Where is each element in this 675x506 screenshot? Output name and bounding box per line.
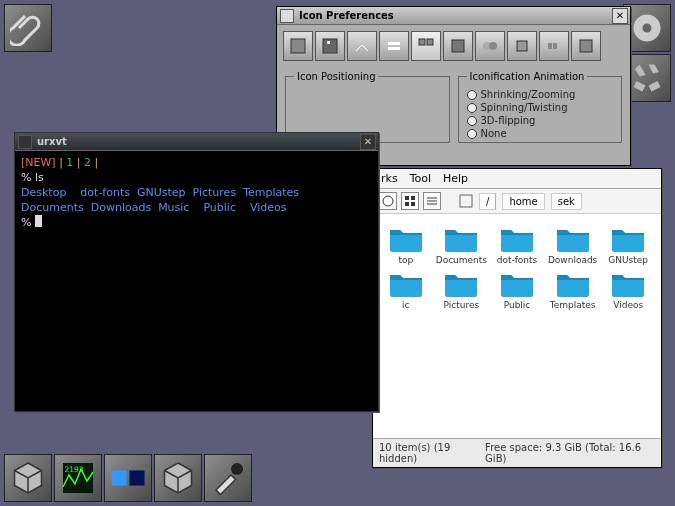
titlebar[interactable]: Icon Preferences ✕ [277, 7, 630, 25]
dock-tile-paperclip[interactable] [4, 4, 52, 52]
folder-item[interactable]: top [379, 224, 433, 265]
cube-icon [160, 460, 196, 496]
dock-tile-tools[interactable] [204, 454, 252, 502]
recycle-icon [629, 60, 665, 96]
view-list-button[interactable] [423, 192, 441, 210]
svg-rect-12 [517, 41, 527, 51]
folder-label: Downloads [548, 255, 597, 265]
folder-label: top [398, 255, 413, 265]
folder-item[interactable]: ic [379, 269, 433, 310]
toolbar: / home sek [373, 189, 661, 214]
radio-icon [467, 129, 477, 139]
folder-icon [388, 269, 424, 297]
svg-rect-8 [427, 39, 433, 45]
folder-label: ic [402, 300, 409, 310]
folder-label: Templates [550, 300, 596, 310]
svg-point-29 [231, 463, 243, 475]
svg-rect-18 [411, 196, 415, 200]
pref-tab-1[interactable] [283, 31, 313, 61]
pref-tab-5[interactable] [411, 31, 441, 61]
folder-label: Pictures [444, 300, 480, 310]
svg-rect-2 [291, 39, 305, 53]
menu-item[interactable]: Tool [410, 172, 431, 185]
svg-point-1 [643, 24, 652, 33]
svg-rect-5 [388, 42, 400, 45]
folder-icon [388, 224, 424, 252]
folder-label: Public [504, 300, 531, 310]
pref-tab-4[interactable] [379, 31, 409, 61]
folder-label: Documents [436, 255, 487, 265]
dock-tile-gnustep2[interactable] [154, 454, 202, 502]
folder-item[interactable]: Downloads [546, 224, 600, 265]
svg-rect-14 [553, 43, 557, 49]
breadcrumb[interactable]: sek [551, 193, 582, 210]
folder-icon [443, 224, 479, 252]
pref-tab-8[interactable] [507, 31, 537, 61]
close-button[interactable]: ✕ [612, 8, 628, 24]
svg-rect-17 [405, 196, 409, 200]
radio-icon [467, 90, 477, 100]
folder-item[interactable]: GNUstep [601, 224, 655, 265]
file-manager-window: rks Tool Help / home sek topDocumentsdot… [372, 168, 662, 468]
folder-icon [610, 269, 646, 297]
file-view: topDocumentsdot-fontsDownloadsGNUstepicP… [373, 214, 661, 438]
folder-toggle[interactable] [457, 192, 475, 210]
folder-icon [610, 224, 646, 252]
folder-item[interactable]: Documents [435, 224, 489, 265]
positioning-legend: Icon Positioning [294, 71, 378, 82]
folder-item[interactable]: Pictures [435, 269, 489, 310]
folder-item[interactable]: Videos [601, 269, 655, 310]
folder-icon [443, 269, 479, 297]
svg-rect-9 [452, 40, 464, 52]
screwdriver-icon [210, 460, 246, 496]
pref-tab-9[interactable] [539, 31, 569, 61]
menubar: rks Tool Help [373, 169, 661, 189]
pref-tab-2[interactable] [315, 31, 345, 61]
terminal-window: urxvt ✕ [NEW] | 1 | 2 | % ls Desktop dot… [14, 132, 379, 412]
cube-icon [10, 460, 46, 496]
dock-tile-gnustep[interactable] [4, 454, 52, 502]
folder-icon [555, 269, 591, 297]
svg-rect-6 [388, 47, 400, 50]
checkbox-icon [459, 194, 473, 208]
status-freespace: Free space: 9.3 GiB (Total: 16.6 GiB) [485, 442, 655, 464]
animation-option[interactable]: Spinning/Twisting [467, 101, 614, 114]
folder-item[interactable]: Templates [546, 269, 600, 310]
folder-icon [499, 269, 535, 297]
titlebar[interactable]: urxvt ✕ [15, 133, 378, 151]
globe-icon [382, 195, 394, 207]
folder-item[interactable]: Public [490, 269, 544, 310]
animation-option[interactable]: 3D-flipping [467, 114, 614, 127]
breadcrumb[interactable]: home [502, 193, 544, 210]
svg-rect-7 [419, 39, 425, 45]
radio-icon [467, 103, 477, 113]
pref-tab-3[interactable] [347, 31, 377, 61]
status-items: 10 item(s) (19 hidden) [379, 442, 485, 464]
folder-item[interactable]: dot-fonts [490, 224, 544, 265]
animation-option[interactable]: None [467, 127, 614, 140]
menu-item[interactable]: rks [381, 172, 398, 185]
pref-tab-7[interactable] [475, 31, 505, 61]
svg-point-16 [383, 196, 393, 206]
dock-tile-pager[interactable] [104, 454, 152, 502]
svg-rect-27 [112, 471, 127, 486]
view-icons-button[interactable] [401, 192, 419, 210]
close-button[interactable]: ✕ [360, 134, 376, 150]
breadcrumb[interactable]: / [479, 193, 496, 210]
svg-text:2193: 2193 [65, 465, 84, 474]
iconification-animation-group: Iconification Animation Shrinking/Zoomin… [458, 71, 623, 143]
terminal-output[interactable]: [NEW] | 1 | 2 | % ls Desktop dot-fonts G… [15, 151, 378, 411]
radio-icon [467, 116, 477, 126]
animation-option[interactable]: Shrinking/Zooming [467, 88, 614, 101]
menu-item[interactable]: Help [443, 172, 468, 185]
animation-legend: Iconification Animation [467, 71, 588, 82]
window-icon [280, 9, 294, 23]
view-browser-button[interactable] [379, 192, 397, 210]
monitor-graph-icon: 2193 [60, 460, 96, 496]
pager-icon [110, 460, 146, 496]
svg-rect-15 [580, 40, 592, 52]
pref-tab-6[interactable] [443, 31, 473, 61]
svg-rect-19 [405, 202, 409, 206]
dock-tile-monitor[interactable]: 2193 [54, 454, 102, 502]
pref-tab-10[interactable] [571, 31, 601, 61]
